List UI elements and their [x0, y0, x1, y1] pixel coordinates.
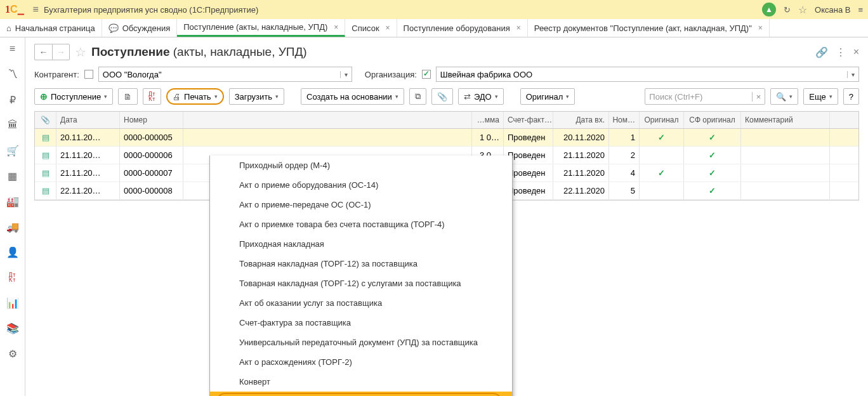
print-menu-item[interactable]: Акт о приеме оборудования (ОС-14)	[210, 175, 512, 195]
org-select[interactable]: Швейная фабрика ООО ▾	[436, 67, 859, 82]
button-label: Загрузить	[235, 92, 272, 102]
print-menu-item[interactable]: Товарная накладная (ТОРГ-12) за поставщи…	[210, 254, 512, 274]
sidebar-books-icon[interactable]: 📚	[5, 320, 20, 336]
exchange-icon: ⇄	[464, 92, 471, 102]
counterparty-checkbox[interactable]	[84, 70, 93, 79]
print-menu-item[interactable]: Акт о расхождениях (ТОРГ-2)	[210, 352, 512, 372]
cell-orig: ✓	[640, 129, 684, 146]
attach-button[interactable]: 📎	[431, 88, 453, 105]
back-button[interactable]: ←	[34, 44, 52, 60]
sidebar-chart-icon[interactable]: 〽	[5, 67, 20, 82]
org-checkbox[interactable]	[422, 70, 431, 79]
tab-discussions[interactable]: 💬 Обсуждения	[102, 19, 178, 37]
print-menu-item[interactable]: Универсальный передаточный документ (УПД…	[210, 333, 512, 352]
sidebar-settings-icon[interactable]: ⚙	[5, 346, 20, 361]
tab-label: Начальная страница	[15, 23, 95, 33]
close-icon[interactable]: ×	[758, 23, 763, 32]
more-button[interactable]: Еще▾	[803, 88, 838, 105]
col-comment[interactable]: Комментарий	[741, 112, 830, 128]
col-orig[interactable]: Оригинал	[640, 112, 684, 128]
close-icon[interactable]: ×	[386, 23, 390, 32]
col-sum[interactable]: …мма	[472, 112, 504, 128]
menu-icon[interactable]: ≡	[33, 4, 39, 15]
cell-date-in: 21.11.2020	[553, 147, 609, 164]
forward-button[interactable]: →	[52, 44, 70, 60]
print-menu-item[interactable]: Приходный ордер (М-4)	[210, 155, 512, 175]
sidebar-cart-icon[interactable]: 🛒	[5, 143, 20, 158]
user-name[interactable]: Оксана В	[815, 5, 850, 15]
original-button[interactable]: Оригинал ▾	[520, 88, 575, 105]
print-menu-item[interactable]: Акт о приемке товара без счета поставщик…	[210, 214, 512, 234]
cell-nom: 1	[609, 129, 640, 146]
col-number[interactable]: Номер	[120, 112, 183, 128]
print-menu-item[interactable]: Приходная накладная	[210, 234, 512, 254]
receipt-button[interactable]: ⊕ Поступление ▾	[34, 88, 113, 105]
print-menu-item[interactable]: Счет-фактура за поставщика	[210, 313, 512, 333]
col-date-in[interactable]: Дата вх.	[553, 112, 609, 128]
load-button[interactable]: Загрузить ▾	[229, 88, 284, 105]
print-menu-item[interactable]: Акт об оказании услуг за поставщика	[210, 293, 512, 313]
sidebar-industry-icon[interactable]: 🏭	[5, 194, 20, 209]
cell-sforig: ✓	[684, 182, 741, 199]
button-label: Печать	[184, 92, 211, 102]
dtkt-button[interactable]: ДтКт	[143, 88, 161, 105]
cell-number: 0000-000005	[120, 129, 183, 146]
history-icon[interactable]: ↻	[784, 5, 791, 15]
sidebar-menu-icon[interactable]: ≡	[5, 41, 20, 56]
cell-date-in: 20.11.2020	[553, 129, 609, 146]
table-row[interactable]: ▤20.11.20…0000-0000051 0…Проведен20.11.2…	[35, 129, 858, 147]
sidebar-dtkt-icon[interactable]: ДтКт	[5, 270, 20, 285]
org-label: Организация:	[365, 70, 417, 79]
chevron-down-icon: ▾	[789, 93, 792, 100]
help-button[interactable]: ?	[843, 88, 859, 105]
search-button[interactable]: 🔍▾	[770, 88, 798, 105]
tab-list[interactable]: Список ×	[345, 19, 397, 37]
tab-registry[interactable]: Реестр документов "Поступление (акт, нак…	[528, 19, 770, 37]
sidebar-ruble-icon[interactable]: ₽	[5, 92, 20, 107]
print-menu-item[interactable]: Конверт	[210, 372, 512, 392]
favorite-star-icon[interactable]: ☆	[75, 44, 86, 60]
clear-icon[interactable]: ×	[752, 92, 761, 102]
print-menu-item[interactable]: Товарная накладная (ТОРГ-12) с услугами …	[210, 274, 512, 293]
print-menu-item[interactable]: Акт о приеме-передаче ОС (ОС-1)	[210, 195, 512, 214]
search-icon: 🔍	[776, 92, 786, 102]
print-button[interactable]: 🖨 Печать ▾	[166, 88, 224, 105]
button-label: ?	[849, 92, 853, 102]
sidebar-grid-icon[interactable]: ▦	[5, 168, 20, 183]
col-sforig[interactable]: СФ оригинал	[684, 112, 741, 128]
create-based-button[interactable]: Создать на основании ▾	[301, 88, 404, 105]
close-icon[interactable]: ×	[516, 23, 521, 32]
page-title: Поступление (акты, накладные, УПД)	[91, 45, 307, 59]
cell-orig: ✓	[640, 164, 684, 182]
col-date[interactable]: Дата	[56, 112, 120, 128]
search-input[interactable]: Поиск (Ctrl+F) ×	[645, 88, 765, 105]
close-page-icon[interactable]: ×	[853, 46, 859, 58]
tab-receipt[interactable]: Поступление (акты, накладные, УПД) ×	[177, 19, 345, 37]
sidebar-truck-icon[interactable]: 🚚	[5, 219, 20, 234]
tab-equipment[interactable]: Поступление оборудования ×	[397, 19, 528, 37]
user-menu-icon[interactable]: ≡	[858, 5, 863, 15]
cell-sum: 1 0…	[472, 129, 504, 146]
print-menu-item[interactable]: Реестр документов	[210, 392, 512, 396]
col-nom[interactable]: Ном…	[609, 112, 640, 128]
counterparty-select[interactable]: ООО "Вологда" ▾	[98, 67, 352, 82]
col-sf[interactable]: Счет-факт…	[504, 112, 553, 128]
chevron-down-icon: ▾	[214, 93, 218, 100]
link-icon[interactable]: 🔗	[815, 46, 828, 58]
bell-icon[interactable]: ▲	[762, 3, 776, 16]
structure-button[interactable]: ⧉	[409, 88, 426, 105]
copy-button[interactable]: 🗎	[118, 88, 138, 105]
sidebar-person-icon[interactable]: 👤	[5, 244, 20, 260]
favorites-icon[interactable]: ☆	[798, 4, 807, 16]
cell-number: 0000-000007	[120, 164, 183, 182]
kebab-icon[interactable]: ⋮	[836, 46, 846, 58]
sidebar-stats-icon[interactable]: 📊	[5, 295, 20, 310]
col-clip[interactable]: 📎	[35, 112, 56, 128]
tab-home[interactable]: ⌂ Начальная страница	[0, 19, 102, 37]
sidebar-bank-icon[interactable]: 🏛	[5, 117, 20, 133]
cell-comment	[741, 182, 830, 199]
close-icon[interactable]: ×	[334, 23, 338, 32]
col-gap	[183, 112, 472, 128]
cell-date-in: 22.11.2020	[553, 182, 609, 199]
edo-button[interactable]: ⇄ ЭДО ▾	[458, 88, 504, 105]
